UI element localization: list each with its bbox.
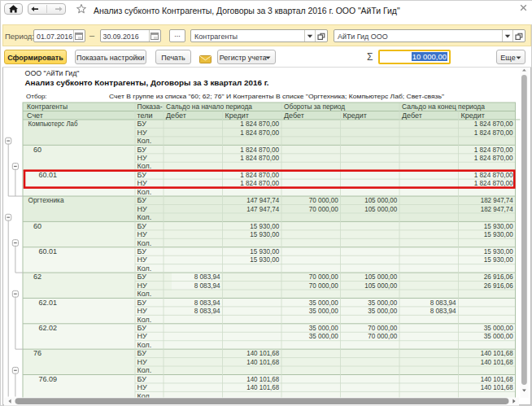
svg-text:Обороты за период: Обороты за период <box>284 103 346 111</box>
svg-text:35 000,00: 35 000,00 <box>309 332 338 340</box>
svg-text:62: 62 <box>33 273 41 281</box>
svg-text:1 824 870,00: 1 824 870,00 <box>240 171 279 179</box>
svg-text:140 101,68: 140 101,68 <box>481 349 513 357</box>
svg-text:105 000,00: 105 000,00 <box>364 196 397 204</box>
svg-text:26 916,06: 26 916,06 <box>484 273 513 281</box>
svg-text:35 000,00: 35 000,00 <box>484 324 513 332</box>
svg-text:1 824 870,00: 1 824 870,00 <box>474 129 513 137</box>
svg-text:70 000,00: 70 000,00 <box>309 273 338 281</box>
svg-text:1 824 870,00: 1 824 870,00 <box>240 154 279 162</box>
svg-text:140 101,68: 140 101,68 <box>481 383 513 391</box>
svg-text:8 083,94: 8 083,94 <box>194 299 220 307</box>
svg-text:140 101,68: 140 101,68 <box>481 358 513 366</box>
svg-text:Кол.: Кол. <box>137 213 152 221</box>
svg-text:70 000,00: 70 000,00 <box>309 205 338 213</box>
svg-text:тели: тели <box>137 111 153 120</box>
svg-text:140 101,68: 140 101,68 <box>246 349 279 357</box>
svg-text:8 083,94: 8 083,94 <box>194 273 220 281</box>
svg-text:НУ: НУ <box>137 332 147 340</box>
svg-text:1 824 870,00: 1 824 870,00 <box>474 154 513 162</box>
svg-text:15 930,00: 15 930,00 <box>484 222 513 230</box>
svg-text:140 101,68: 140 101,68 <box>246 375 279 383</box>
svg-text:Компьютерс Лаб: Компьютерс Лаб <box>28 120 78 128</box>
svg-text:БУ: БУ <box>137 171 147 179</box>
svg-text:140 101,68: 140 101,68 <box>246 358 279 366</box>
svg-text:НУ: НУ <box>137 383 147 391</box>
svg-text:Кол.: Кол. <box>137 239 152 247</box>
svg-text:ООО "АйТи Гид": ООО "АйТи Гид" <box>25 69 80 77</box>
svg-text:НУ: НУ <box>137 154 147 162</box>
svg-text:15 930,00: 15 930,00 <box>484 255 513 264</box>
svg-text:60.01: 60.01 <box>39 171 58 179</box>
svg-text:26 916,06: 26 916,06 <box>484 282 513 290</box>
svg-text:Кол.: Кол. <box>137 366 152 374</box>
svg-text:1 824 870,00: 1 824 870,00 <box>240 179 279 187</box>
svg-text:15 930,00: 15 930,00 <box>250 222 279 230</box>
svg-text:Дебет: Дебет <box>402 111 422 120</box>
svg-text:1 824 870,00: 1 824 870,00 <box>240 120 279 128</box>
svg-text:Дебет: Дебет <box>166 111 186 120</box>
svg-text:БУ: БУ <box>137 299 147 307</box>
svg-text:35 000,00: 35 000,00 <box>368 307 397 315</box>
svg-text:1 824 870,00: 1 824 870,00 <box>474 179 513 187</box>
svg-text:70 000,00: 70 000,00 <box>309 282 338 290</box>
svg-text:НУ: НУ <box>137 282 147 290</box>
svg-text:Кол.: Кол. <box>137 290 152 298</box>
svg-text:1 824 870,00: 1 824 870,00 <box>474 171 513 179</box>
svg-text:182 947,74: 182 947,74 <box>481 205 513 213</box>
svg-text:НУ: НУ <box>137 255 147 264</box>
svg-text:БУ: БУ <box>137 375 147 383</box>
svg-text:НУ: НУ <box>137 358 147 366</box>
svg-text:147 947,74: 147 947,74 <box>246 196 279 204</box>
svg-text:Счет В группе из списка "60; 6: Счет В группе из списка "60; 62; 76" И К… <box>109 93 444 100</box>
svg-text:35 000,00: 35 000,00 <box>309 299 338 307</box>
svg-text:182 947,74: 182 947,74 <box>481 196 513 204</box>
svg-text:35 000,00: 35 000,00 <box>484 332 513 340</box>
svg-text:НУ: НУ <box>137 230 147 238</box>
svg-text:60: 60 <box>33 146 41 154</box>
svg-text:БУ: БУ <box>137 146 147 154</box>
svg-text:БУ: БУ <box>137 222 147 230</box>
svg-text:8 083,94: 8 083,94 <box>194 307 220 315</box>
svg-text:Кол.: Кол. <box>137 264 152 273</box>
svg-text:70 000,00: 70 000,00 <box>368 324 397 332</box>
svg-text:НУ: НУ <box>137 205 147 213</box>
svg-text:15 930,00: 15 930,00 <box>484 247 513 255</box>
svg-text:76: 76 <box>33 349 41 357</box>
svg-text:35 000,00: 35 000,00 <box>309 324 338 332</box>
svg-text:Кол.: Кол. <box>137 137 152 145</box>
svg-text:147 947,74: 147 947,74 <box>246 205 279 213</box>
svg-text:Счет: Счет <box>27 111 43 120</box>
svg-text:БУ: БУ <box>137 349 147 357</box>
svg-text:БУ: БУ <box>137 324 147 332</box>
svg-text:НУ: НУ <box>137 307 147 315</box>
svg-text:15 930,00: 15 930,00 <box>250 255 279 264</box>
svg-text:Кол.: Кол. <box>137 188 152 196</box>
svg-text:БУ: БУ <box>137 196 147 204</box>
svg-text:БУ: БУ <box>137 120 147 128</box>
svg-text:БУ: БУ <box>137 273 147 281</box>
svg-text:105 000,00: 105 000,00 <box>364 273 397 281</box>
svg-text:Показа-: Показа- <box>137 103 163 111</box>
svg-text:Кол.: Кол. <box>137 162 152 170</box>
svg-text:105 000,00: 105 000,00 <box>364 282 397 290</box>
svg-text:Кол.: Кол. <box>137 341 152 349</box>
svg-text:8 083,94: 8 083,94 <box>430 299 456 307</box>
svg-text:Оргтехника: Оргтехника <box>28 196 64 204</box>
svg-text:8 083,94: 8 083,94 <box>194 282 220 290</box>
svg-text:Отбор:: Отбор: <box>26 93 47 100</box>
svg-text:76.09: 76.09 <box>39 375 58 383</box>
svg-text:8 083,94: 8 083,94 <box>430 307 456 315</box>
svg-text:НУ: НУ <box>137 179 147 187</box>
svg-text:Контрагенты: Контрагенты <box>27 103 68 111</box>
svg-text:35 000,00: 35 000,00 <box>368 299 397 307</box>
svg-text:60: 60 <box>33 222 41 230</box>
svg-text:БУ: БУ <box>137 247 147 255</box>
svg-text:35 000,00: 35 000,00 <box>309 307 338 315</box>
svg-text:Анализ субконто Контрагенты, Д: Анализ субконто Контрагенты, Договоры за… <box>25 78 269 87</box>
svg-text:70 000,00: 70 000,00 <box>368 332 397 340</box>
svg-text:НУ: НУ <box>137 129 147 137</box>
svg-text:70 000,00: 70 000,00 <box>309 196 338 204</box>
svg-text:62.01: 62.01 <box>39 299 58 307</box>
svg-text:Сальдо на начало периода: Сальдо на начало периода <box>166 103 252 111</box>
